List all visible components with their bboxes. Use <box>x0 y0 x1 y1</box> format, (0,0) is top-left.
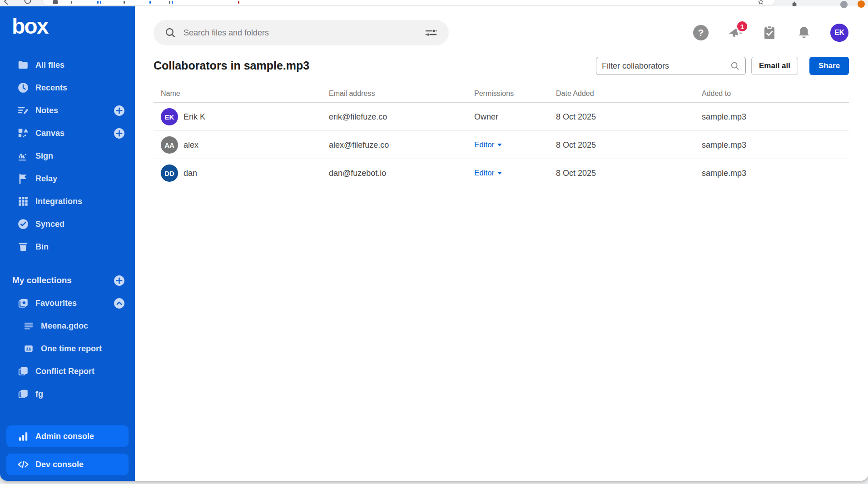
sidebar-item-label: Integrations <box>35 197 82 206</box>
site-info-icon[interactable] <box>53 0 58 4</box>
sidebar-item-conflict-report[interactable]: Conflict Report <box>0 360 135 383</box>
collaborator-name: Erik K <box>184 112 205 122</box>
reload-icon[interactable] <box>24 0 32 5</box>
my-collections-label: My collections <box>12 275 72 285</box>
add-canvas-button[interactable] <box>114 128 125 139</box>
sidebar-item-label: Favourites <box>35 299 77 308</box>
added-to-link[interactable]: sample.mp3 <box>702 159 746 187</box>
filter-collaborators-input[interactable] <box>602 61 730 71</box>
caret-down-icon <box>497 172 502 175</box>
synced-check-icon <box>17 218 29 230</box>
column-header-permissions: Permissions <box>474 87 514 100</box>
user-avatar[interactable]: EK <box>830 24 848 42</box>
grid-icon <box>17 195 29 207</box>
sidebar-item-integrations[interactable]: Integrations <box>0 190 135 213</box>
flag-icon <box>17 173 29 185</box>
add-note-button[interactable] <box>114 105 125 116</box>
browser-profile-avatar[interactable] <box>858 0 865 8</box>
sidebar-item-synced[interactable]: Synced <box>0 213 135 235</box>
bar-chart-icon <box>17 430 29 442</box>
announcements-button[interactable]: 1 <box>727 25 743 41</box>
collaborators-table: Name Email address Permissions Date Adde… <box>154 87 849 187</box>
email-all-button[interactable]: Email all <box>751 57 798 75</box>
trash-icon <box>17 241 29 253</box>
table-row: AA alex alex@filefuze.co Editor 8 Oct 20… <box>154 131 849 159</box>
sidebar-item-label: Recents <box>35 83 67 93</box>
sidebar-item-one-time-report[interactable]: One time report <box>0 337 135 360</box>
added-to-link[interactable]: sample.mp3 <box>702 103 746 131</box>
sidebar-item-meena-gdoc[interactable]: Meena.gdoc <box>0 314 135 337</box>
search-filters-icon[interactable] <box>425 28 437 38</box>
sidebar-item-label: Canvas <box>35 129 64 138</box>
browser-menu-icon[interactable] <box>840 1 848 8</box>
canvas-icon <box>17 127 29 139</box>
help-icon[interactable]: ? <box>693 25 709 40</box>
collaborator-email: erik@filefuze.co <box>329 103 387 131</box>
sidebar-item-label: Meena.gdoc <box>41 321 88 331</box>
sidebar-item-label: Notes <box>35 106 58 115</box>
notification-count-badge: 1 <box>736 20 748 32</box>
notifications-button[interactable] <box>796 25 812 41</box>
date-added-value: 8 Oct 2025 <box>556 159 596 187</box>
url-text-fragment <box>172 1 173 4</box>
url-text-fragment <box>238 1 239 4</box>
favourites-star-icon <box>17 297 29 309</box>
admin-console-button[interactable]: Admin console <box>6 425 129 447</box>
collaborator-email: alex@filefuze.co <box>329 131 389 159</box>
sidebar-item-canvas[interactable]: Canvas <box>0 122 135 145</box>
collaborator-avatar: AA <box>161 136 178 154</box>
sidebar-item-label: Synced <box>35 220 64 229</box>
tasks-button[interactable] <box>761 25 778 41</box>
column-header-date-added: Date Added <box>556 87 594 100</box>
url-text-fragment <box>169 1 170 4</box>
table-row: EK Erik K erik@filefuze.co Owner 8 Oct 2… <box>154 103 849 131</box>
sidebar-item-recents[interactable]: Recents <box>0 76 135 99</box>
sidebar-item-label: Conflict Report <box>35 367 94 376</box>
sidebar-item-notes[interactable]: Notes <box>0 99 135 122</box>
topbar-actions: ? 1 EK <box>693 20 848 45</box>
global-search-bar[interactable] <box>154 20 449 45</box>
table-header-row: Name Email address Permissions Date Adde… <box>154 87 849 103</box>
add-collection-button[interactable] <box>114 275 125 286</box>
sidebar-item-label: Relay <box>35 174 57 184</box>
sidebar-item-favourites[interactable]: Favourites <box>0 292 135 314</box>
collaborator-avatar: EK <box>161 108 178 125</box>
bookmark-star-icon[interactable] <box>758 0 764 5</box>
permission-dropdown[interactable]: Editor <box>474 140 502 150</box>
notes-icon <box>17 105 29 116</box>
folder-icon <box>17 59 29 71</box>
sidebar-item-all-files[interactable]: All files <box>0 54 135 76</box>
bell-icon <box>796 25 812 40</box>
sidebar-item-sign[interactable]: Sign <box>0 145 135 167</box>
extensions-icon[interactable] <box>791 1 798 6</box>
back-icon[interactable] <box>3 0 11 5</box>
permission-value: Owner <box>474 103 498 131</box>
added-to-link[interactable]: sample.mp3 <box>702 131 746 159</box>
filter-collaborators-field[interactable] <box>596 57 746 75</box>
sidebar-item-relay[interactable]: Relay <box>0 167 135 190</box>
document-lines-icon <box>23 320 35 332</box>
sidebar-item-bin[interactable]: Bin <box>0 235 135 258</box>
caret-down-icon <box>497 144 502 146</box>
permission-dropdown[interactable]: Editor <box>474 169 502 178</box>
share-button[interactable]: Share <box>809 57 849 75</box>
table-row: DD dan dan@fuzebot.io Editor 8 Oct 2025 … <box>154 159 849 187</box>
collaborator-name: alex <box>184 140 198 150</box>
url-text-fragment <box>97 1 99 4</box>
url-text-fragment <box>71 1 72 4</box>
clipboard-check-icon <box>762 25 777 40</box>
box-logo[interactable]: box <box>12 15 48 39</box>
console-button-label: Dev console <box>35 460 84 469</box>
sidebar-item-label: Sign <box>35 151 53 161</box>
dev-console-button[interactable]: Dev console <box>6 454 129 475</box>
my-collections-header: My collections <box>0 269 135 292</box>
search-input[interactable] <box>184 28 425 38</box>
column-header-name: Name <box>161 87 180 100</box>
collapse-favourites-button[interactable] <box>114 298 125 309</box>
collaborator-avatar: DD <box>161 165 178 182</box>
address-bar[interactable] <box>42 0 775 6</box>
url-text-fragment <box>124 1 125 4</box>
collection-icon <box>17 388 29 400</box>
sidebar-nav: All files Recents Notes <box>0 54 135 405</box>
sidebar-item-fg[interactable]: fg <box>0 383 135 405</box>
